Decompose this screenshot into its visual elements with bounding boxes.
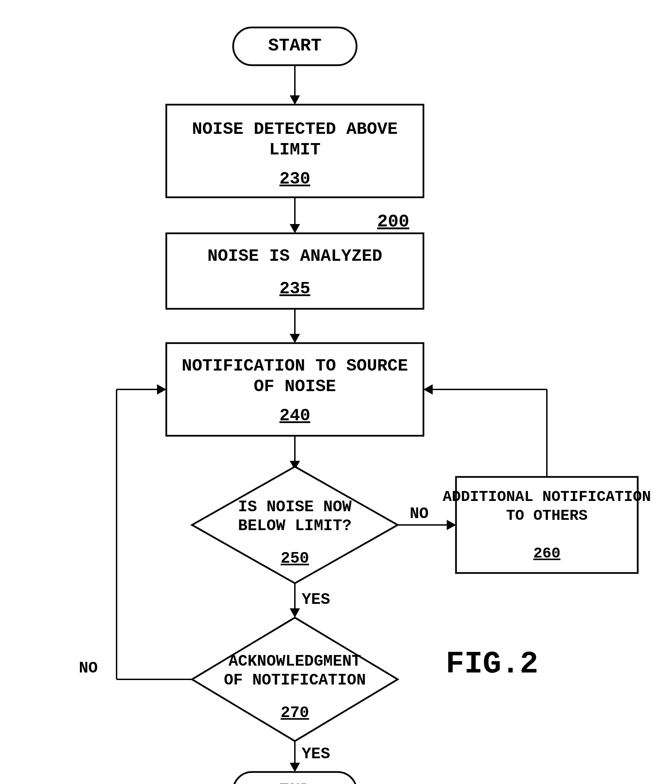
box-235-line1: NOISE IS ANALYZED [208,246,382,266]
diagram-ref-label: 200 [377,212,410,232]
box-240-line2: OF NOISE [254,377,336,396]
label-yes-250: YES [302,591,330,609]
arrowhead-250-no [447,520,456,530]
figure-label: FIG.2 [446,647,538,682]
box-230-line2: LIMIT [269,140,321,160]
label-no-250: NO [410,505,428,523]
diagram-container: 200 FIG.2 START NOISE DETECTED ABOVE LIM… [0,0,672,784]
box-230-line1: NOISE DETECTED ABOVE [192,120,398,139]
box-260-line2: TO OTHERS [506,507,588,524]
label-yes-270: YES [302,745,330,763]
arrowhead-230-to-235 [290,224,300,233]
arrowhead-260-to-240 [424,384,433,395]
arrowhead-start-to-230 [290,95,300,105]
box-230-ref: 230 [279,169,310,189]
arrowhead-270-no [157,384,166,395]
diamond-250-ref: 250 [281,550,309,568]
box-260-ref: 260 [533,545,560,562]
diamond-270-line1: ACKNOWLEDGMENT [229,653,361,670]
diamond-270-ref: 270 [281,704,309,722]
diamond-250-line1: IS NOISE NOW [238,498,352,516]
arrowhead-250-yes [290,608,300,618]
box-260-line1: ADDITIONAL NOTIFICATION [442,488,651,506]
diamond-270-line2: OF NOTIFICATION [224,672,366,689]
box-240-line1: NOTIFICATION TO SOURCE [182,356,408,376]
label-no-270: NO [79,660,98,677]
arrowhead-235-to-240 [290,334,300,343]
end-label: END [279,781,311,784]
arrowhead-270-yes [290,763,300,772]
diamond-250-line2: BELOW LIMIT? [238,517,351,535]
start-label: START [268,36,321,56]
box-240-ref: 240 [279,406,310,425]
box-235-ref: 235 [279,279,310,299]
